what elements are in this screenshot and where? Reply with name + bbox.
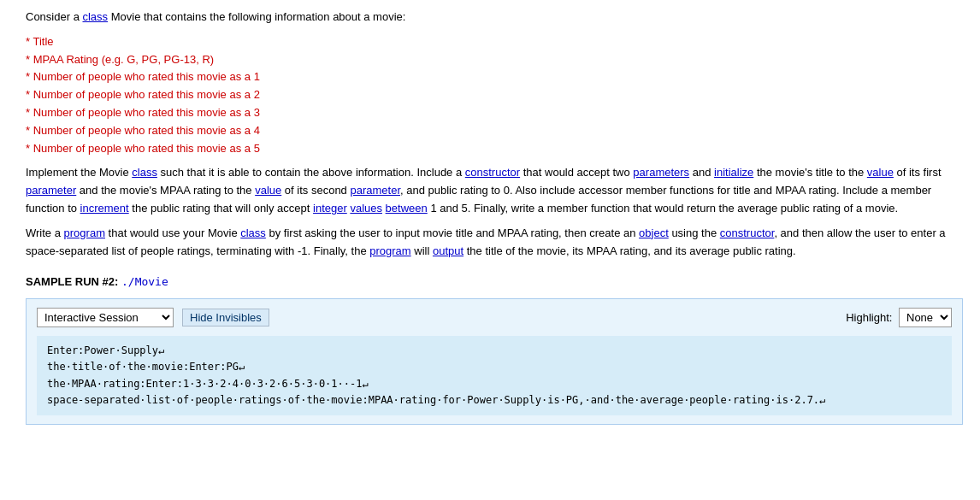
sample-run-header: SAMPLE RUN #2: ./Movie xyxy=(26,274,963,291)
parameters-link-1[interactable]: parameters xyxy=(633,166,689,179)
bullet-mpaa: * MPAA Rating (e.g. G, PG, PG-13, R) xyxy=(26,51,963,69)
object-link[interactable]: object xyxy=(639,226,669,239)
content-area: Consider a class Movie that contains the… xyxy=(26,9,963,425)
highlight-text: Highlight: xyxy=(846,311,892,324)
page-container: Consider a class Movie that contains the… xyxy=(0,0,980,500)
bullet-list: * Title * MPAA Rating (e.g. G, PG, PG-13… xyxy=(26,33,963,158)
highlight-label: Highlight: None xyxy=(846,308,952,327)
implement-paragraph: Implement the Movie class such that it i… xyxy=(26,164,963,217)
session-select[interactable]: Interactive Session xyxy=(37,308,174,327)
sample-run-label: SAMPLE RUN #2: xyxy=(26,275,118,288)
initialize-link[interactable]: initialize xyxy=(714,166,753,179)
values-link[interactable]: values xyxy=(350,202,382,215)
session-output: Enter:Power·Supply↵ the·title·of·the·mov… xyxy=(37,336,952,415)
hide-invisibles-button[interactable]: Hide Invisibles xyxy=(182,309,269,326)
constructor-link-2[interactable]: constructor xyxy=(720,226,775,239)
session-toolbar: Interactive Session Hide Invisibles High… xyxy=(37,308,952,327)
highlight-select[interactable]: None xyxy=(899,308,952,327)
increment-link[interactable]: increment xyxy=(80,202,129,215)
output-link[interactable]: output xyxy=(433,244,463,257)
session-box: Interactive Session Hide Invisibles High… xyxy=(26,298,963,425)
bullet-rating5: * Number of people who rated this movie … xyxy=(26,140,963,158)
value-link-2[interactable]: value xyxy=(255,184,281,197)
value-link-1[interactable]: value xyxy=(867,166,894,179)
class-link-1[interactable]: class xyxy=(132,166,157,179)
sample-run-command: ./Movie xyxy=(121,275,168,288)
parameter-link-1[interactable]: parameter xyxy=(26,184,76,197)
program-paragraph: Write a program that would use your Movi… xyxy=(26,225,963,261)
bullet-title: * Title xyxy=(26,33,963,51)
between-link[interactable]: between xyxy=(386,202,428,215)
parameter-link-2[interactable]: parameter xyxy=(350,184,400,197)
program-link[interactable]: program xyxy=(64,226,105,239)
class-link-2[interactable]: class xyxy=(240,226,266,239)
intro-paragraph: Consider a class Movie that contains the… xyxy=(26,9,963,26)
constructor-link-1[interactable]: constructor xyxy=(465,166,520,179)
bullet-rating1: * Number of people who rated this movie … xyxy=(26,68,963,86)
integer-link[interactable]: integer xyxy=(313,202,347,215)
bullet-rating2: * Number of people who rated this movie … xyxy=(26,86,963,104)
bullet-rating3: * Number of people who rated this movie … xyxy=(26,104,963,122)
sample-run-section: SAMPLE RUN #2: ./Movie Interactive Sessi… xyxy=(26,274,963,425)
class-link-intro[interactable]: class xyxy=(82,10,108,23)
program-link-2[interactable]: program xyxy=(369,244,410,257)
bullet-rating4: * Number of people who rated this movie … xyxy=(26,122,963,140)
